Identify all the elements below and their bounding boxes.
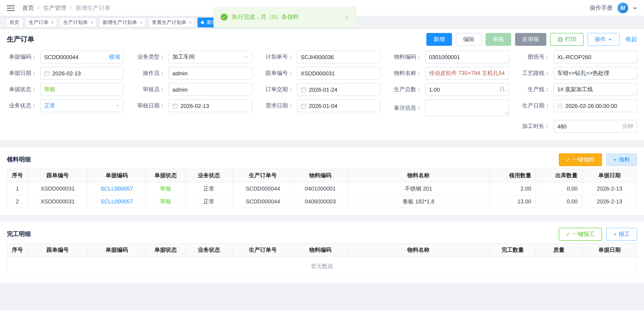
doc-code-link[interactable]: SCLL000057 — [100, 185, 133, 192]
resize-handle[interactable] — [504, 109, 508, 116]
field-label: 生产日期： — [520, 102, 550, 110]
order-toolbar: 新增 编辑 审核 反审核 打印 操作 收起 — [426, 33, 637, 46]
button-label: 编辑 — [463, 35, 474, 43]
collapse-panel-link[interactable]: 收起 — [626, 35, 637, 43]
printer-icon — [558, 37, 563, 42]
field-label: 物料编码： — [392, 53, 422, 61]
input-value: 480 — [557, 123, 620, 130]
col-done-qty: 完工数量 — [490, 243, 536, 257]
actions-dropdown-button[interactable]: 操作 — [588, 33, 620, 46]
field-prod-line: 生产线： 1# 底架加工线 — [520, 83, 637, 96]
unit-suffix: 分钟 — [622, 122, 633, 130]
order-header: 生产订单 新增 编辑 审核 反审核 打印 操作 收起 — [7, 29, 637, 50]
button-label: 领料 — [619, 156, 630, 164]
follow-no-input[interactable]: XSDD000031 — [297, 67, 381, 80]
shrink-link[interactable]: 收缩 — [109, 53, 120, 61]
cell-material-name: 卷板 182*1.8 — [347, 195, 490, 208]
unaudit-button[interactable]: 反审核 — [515, 33, 546, 46]
table-row[interactable]: 1 XSDD000031 SCLL000057 审核 正常 SCDD000044… — [7, 182, 637, 195]
manual-link[interactable]: 操作手册 — [590, 4, 613, 12]
doc-date-input[interactable]: 2026-02-13 — [40, 67, 124, 80]
breadcrumb-section[interactable]: 生产管理 — [43, 4, 66, 12]
col-order-no: 生产订单号 — [232, 169, 293, 182]
tab-home[interactable]: 首页 — [6, 17, 23, 27]
cell-order-no: SCDD000044 — [232, 182, 293, 195]
material-code-input[interactable]: 0301000001 — [425, 50, 509, 63]
drawing-no-input[interactable]: XL-RCOP260 — [554, 50, 637, 63]
total-qty-input[interactable]: 1.00 只 — [425, 83, 509, 96]
audit-button[interactable]: 审核 — [486, 33, 511, 46]
selected-value: 正常 — [44, 102, 113, 110]
field-label: 工艺路线： — [520, 69, 550, 77]
field-label: 加工时长： — [520, 122, 550, 130]
cell-doc-status: 审核 — [146, 182, 185, 195]
doc-status-input[interactable]: 审核 — [40, 83, 124, 96]
auditor-input[interactable]: admin — [168, 83, 252, 96]
field-label: 备注信息： — [392, 104, 422, 112]
cell-out-qty: 0.00 — [536, 195, 582, 208]
tab-close-icon[interactable]: × — [90, 20, 93, 25]
cell-follow-no: XSDD000031 — [28, 182, 88, 195]
requisition-table: 序号 跟单编号 单据编码 单据状态 业务状态 生产订单号 物料编码 物料名称 领… — [7, 169, 637, 208]
avatar[interactable]: M — [618, 2, 628, 13]
field-label: 业务类型： — [135, 53, 165, 61]
routing-input[interactable]: 车钳=>钻孔=>热处理 — [554, 67, 637, 80]
topbar-right: 操作手册 M — [590, 2, 637, 13]
demand-date-input[interactable]: 2026-01-04 — [297, 99, 381, 112]
add-requisition-button[interactable]: + 领料 — [606, 153, 637, 166]
order-due-date-input[interactable]: 2026-01-24 — [297, 83, 381, 96]
tab-close-icon[interactable]: × — [51, 20, 54, 25]
field-label: 审核日期： — [135, 102, 165, 110]
tab-new-production-plan[interactable]: 新增生产计划单 × — [99, 17, 146, 27]
chevron-down-icon — [244, 55, 248, 59]
col-doc-status: 单据状态 — [146, 243, 185, 257]
cell-date: 2026-2-13 — [582, 182, 637, 195]
prod-line-input[interactable]: 1# 底架加工线 — [554, 83, 637, 96]
breadcrumb: 首页 / 生产管理 / 新增生产订单 — [22, 4, 110, 12]
material-name-input[interactable]: 传动皮轮件 735×794 主机孔54 — [425, 67, 509, 80]
col-out-qty: 出库数量 — [536, 169, 582, 182]
sidebar-toggle-icon[interactable] — [7, 5, 14, 11]
tab-production-plan[interactable]: 生产计划单 × — [60, 17, 96, 27]
empty-placeholder: 暂无数据 — [7, 257, 637, 276]
add-button[interactable]: 新增 — [426, 33, 452, 46]
field-audit-date: 审核日期： 2026-02-13 — [135, 99, 252, 112]
calendar-icon — [44, 70, 50, 76]
remark-textarea[interactable] — [425, 99, 509, 116]
biz-status-select[interactable]: 正常 — [40, 99, 124, 112]
edit-button[interactable]: 编辑 — [456, 33, 482, 46]
tab-label: 生产计划单 — [63, 19, 88, 26]
operator-input[interactable]: admin — [168, 67, 252, 80]
work-duration-input[interactable]: 480 分钟 — [554, 120, 637, 133]
field-operator: 操作员： admin — [135, 67, 252, 80]
field-total-qty: 生产总数： 1.00 只 — [392, 83, 509, 96]
audit-date-input[interactable]: 2026-02-13 — [168, 99, 252, 112]
completion-table: 序号 跟单编号 单据编码 单据状态 业务状态 生产订单号 物料编码 物料名称 完… — [7, 243, 637, 276]
input-value: XL-RCOP260 — [557, 54, 633, 60]
doc-code-input[interactable]: SCDD000044 收缩 — [40, 50, 124, 63]
cell-out-qty: 0.00 — [536, 182, 582, 195]
field-biz-status: 业务状态： 正常 — [7, 99, 124, 112]
user-menu-caret-icon[interactable] — [633, 6, 637, 10]
tab-close-icon[interactable]: × — [140, 20, 142, 25]
toast-close-icon[interactable]: × — [345, 13, 349, 21]
table-row[interactable]: 2 XSDD000031 SCLL000057 审核 正常 SCDD000044… — [7, 195, 637, 208]
page-title: 生产订单 — [7, 35, 34, 44]
chevron-down-icon — [608, 37, 612, 41]
biz-type-select[interactable]: 加工车间 — [168, 50, 252, 63]
prod-date-input[interactable]: 2026-02-26 00:00:00 — [554, 99, 637, 112]
print-button[interactable]: 打印 — [550, 33, 584, 46]
tab-view-production-plan[interactable]: 查看生产计划单 × — [148, 17, 195, 27]
button-label: 打印 — [565, 35, 576, 43]
cell-doc-status: 审核 — [146, 195, 185, 208]
breadcrumb-home[interactable]: 首页 — [22, 4, 34, 12]
one-key-requisition-button[interactable]: ✓ 一键领料 — [559, 153, 602, 166]
input-value: 2026-01-24 — [309, 86, 377, 93]
tab-production-order[interactable]: 生产订单 × — [25, 17, 57, 27]
cell-date: 2026-2-13 — [582, 195, 637, 208]
add-report-button[interactable]: + 报工 — [606, 228, 637, 241]
tab-close-icon[interactable]: × — [189, 20, 192, 25]
one-key-report-button[interactable]: ✓ 一键报工 — [559, 228, 602, 241]
doc-code-link[interactable]: SCLL000057 — [100, 198, 133, 205]
plan-no-input[interactable]: SCJH000036 — [297, 50, 381, 63]
